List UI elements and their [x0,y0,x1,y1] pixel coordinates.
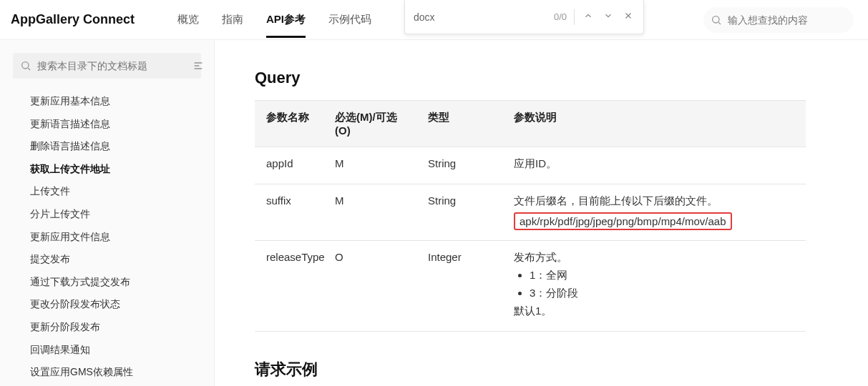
sidebar: 更新应用基本信息更新语言描述信息删除语言描述信息获取上传文件地址上传文件分片上传… [0,40,215,386]
cell-desc: 应用ID。 [505,147,806,184]
global-search-input[interactable] [728,14,847,26]
params-table: 参数名称 必选(M)/可选(O) 类型 参数说明 appIdMString应用I… [255,100,806,332]
toc-item[interactable]: 提交发布 [0,248,214,271]
desc-list-item: 3：分阶段 [530,287,797,300]
section-title-example: 请求示例 [255,359,868,380]
table-row: suffixMString文件后缀名，目前能上传以下后缀的文件。apk/rpk/… [255,184,806,241]
desc-tail: 默认1。 [514,305,797,318]
toc-item[interactable]: 更新应用文件信息 [0,226,214,249]
chevron-down-icon [603,11,613,21]
find-in-page-bar: 0/0 [404,0,644,34]
cell-required: M [326,184,419,241]
header-tab[interactable]: 指南 [222,1,243,38]
find-input[interactable] [414,11,547,23]
toc-item[interactable]: 删除语言描述信息 [0,135,214,158]
toc-item[interactable]: 上传文件 [0,180,214,203]
cell-name: releaseType [255,241,326,332]
desc-list: 1：全网3：分阶段 [530,269,797,300]
global-search[interactable] [703,7,854,33]
toc-item[interactable]: 更新语言描述信息 [0,113,214,136]
toc: 更新应用基本信息更新语言描述信息删除语言描述信息获取上传文件地址上传文件分片上传… [0,87,214,386]
sidebar-collapse-button[interactable] [190,57,207,74]
desc-line: 应用ID。 [514,157,797,171]
cell-type: String [419,147,505,184]
sidebar-search-input[interactable] [37,60,194,71]
header: AppGallery Connect 概览指南API参考示例代码 0/0 [0,0,868,40]
chevron-up-icon [583,11,593,21]
search-icon [20,60,31,71]
cell-name: suffix [255,184,326,241]
svg-point-4 [22,62,29,69]
cell-name: appId [255,147,326,184]
sidebar-search[interactable] [13,53,201,79]
cell-type: Integer [419,241,505,332]
toc-item[interactable]: 分片上传文件 [0,203,214,226]
th-type: 类型 [419,101,505,147]
cell-desc: 文件后缀名，目前能上传以下后缀的文件。apk/rpk/pdf/jpg/jpeg/… [505,184,806,241]
desc-line: 发布方式。 [514,251,797,264]
toc-item[interactable]: 更新应用基本信息 [0,90,214,113]
table-row: appIdMString应用ID。 [255,147,806,184]
table-body: appIdMString应用ID。suffixMString文件后缀名，目前能上… [255,147,806,332]
svg-line-5 [28,68,30,70]
close-icon [623,11,633,21]
th-required: 必选(M)/可选(O) [326,101,419,147]
cell-required: O [326,241,419,332]
header-tab[interactable]: API参考 [266,1,306,38]
cell-desc: 发布方式。1：全网3：分阶段默认1。 [505,241,806,332]
brand-title: AppGallery Connect [11,12,135,27]
svg-point-2 [713,16,719,23]
content: Query 参数名称 必选(M)/可选(O) 类型 参数说明 appIdMStr… [215,40,868,386]
highlight-suffix-list: apk/rpk/pdf/jpg/jpeg/png/bmp/mp4/mov/aab [514,212,732,230]
body: 更新应用基本信息更新语言描述信息删除语言描述信息获取上传文件地址上传文件分片上传… [0,40,868,386]
toc-item[interactable]: 设置应用GMS依赖属性 [0,361,214,384]
find-separator [574,9,575,25]
collapse-icon [192,60,204,71]
desc-list-item: 1：全网 [530,269,797,282]
table-header-row: 参数名称 必选(M)/可选(O) 类型 参数说明 [255,101,806,147]
desc-line: 文件后缀名，目前能上传以下后缀的文件。 [514,194,797,208]
toc-item[interactable]: 获取上传文件地址 [0,158,214,181]
header-tab[interactable]: 概览 [177,1,199,38]
toc-item[interactable]: 回调结果通知 [0,339,214,362]
th-desc: 参数说明 [505,101,806,147]
header-tab[interactable]: 示例代码 [328,1,371,38]
th-name: 参数名称 [255,101,326,147]
find-count: 0/0 [554,11,567,22]
toc-item[interactable]: 更新分阶段发布 [0,316,214,339]
cell-required: M [326,147,419,184]
find-close-button[interactable] [622,11,635,23]
toc-item[interactable]: 更改分阶段发布状态 [0,293,214,316]
find-next-button[interactable] [602,11,615,23]
find-prev-button[interactable] [582,11,595,23]
toc-item[interactable]: 通过下载方式提交发布 [0,271,214,294]
table-row: releaseTypeOInteger发布方式。1：全网3：分阶段默认1。 [255,241,806,332]
section-title-query: Query [255,69,868,87]
search-icon [711,14,722,26]
svg-line-3 [718,22,721,24]
cell-type: String [419,184,505,241]
header-tabs: 概览指南API参考示例代码 [177,1,371,38]
